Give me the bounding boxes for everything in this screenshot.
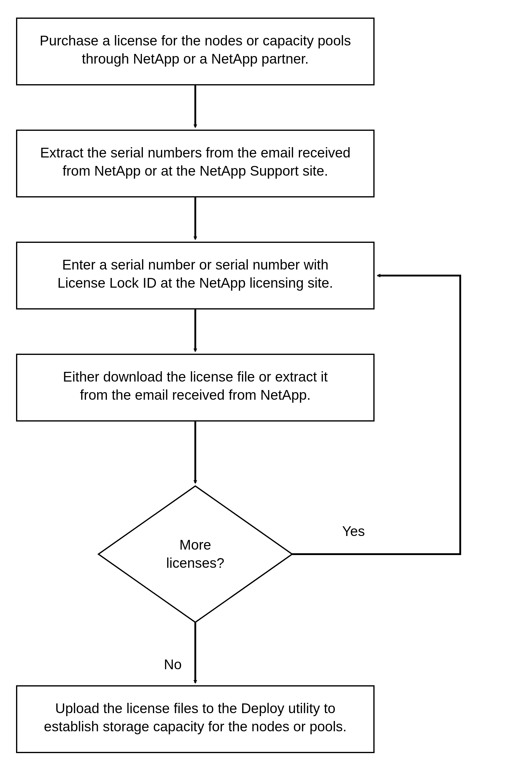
decision-line1: More xyxy=(180,537,211,553)
step-upload-license-files: Upload the license files to the Deploy u… xyxy=(17,686,374,752)
step1-line1: Purchase a license for the nodes or capa… xyxy=(40,33,351,49)
decision-line2: licenses? xyxy=(166,555,224,571)
decision-more-licenses: More licenses? xyxy=(98,486,292,622)
step-download-license-file: Either download the license file or extr… xyxy=(17,354,374,421)
step5-line1: Upload the license files to the Deploy u… xyxy=(55,700,335,716)
step3-line2: License Lock ID at the NetApp licensing … xyxy=(58,275,333,291)
step-extract-serial-numbers: Extract the serial numbers from the emai… xyxy=(17,130,374,197)
decision-yes-label: Yes xyxy=(342,523,365,539)
step-enter-serial-number: Enter a serial number or serial number w… xyxy=(17,242,374,309)
step1-line2: through NetApp or a NetApp partner. xyxy=(82,51,308,67)
step-purchase-license: Purchase a license for the nodes or capa… xyxy=(17,18,374,85)
step3-line1: Enter a serial number or serial number w… xyxy=(62,257,328,273)
step2-line2: from NetApp or at the NetApp Support sit… xyxy=(62,163,328,179)
step4-line2: from the email received from NetApp. xyxy=(80,387,311,403)
step2-line1: Extract the serial numbers from the emai… xyxy=(40,145,350,160)
svg-marker-8 xyxy=(98,486,292,622)
arrow-decision-no-to-step5: No xyxy=(164,622,195,683)
step4-line1: Either download the license file or extr… xyxy=(63,369,328,385)
flowchart: Purchase a license for the nodes or capa… xyxy=(0,0,532,764)
step5-line2: establish storage capacity for the nodes… xyxy=(44,718,347,734)
decision-no-label: No xyxy=(164,657,182,672)
